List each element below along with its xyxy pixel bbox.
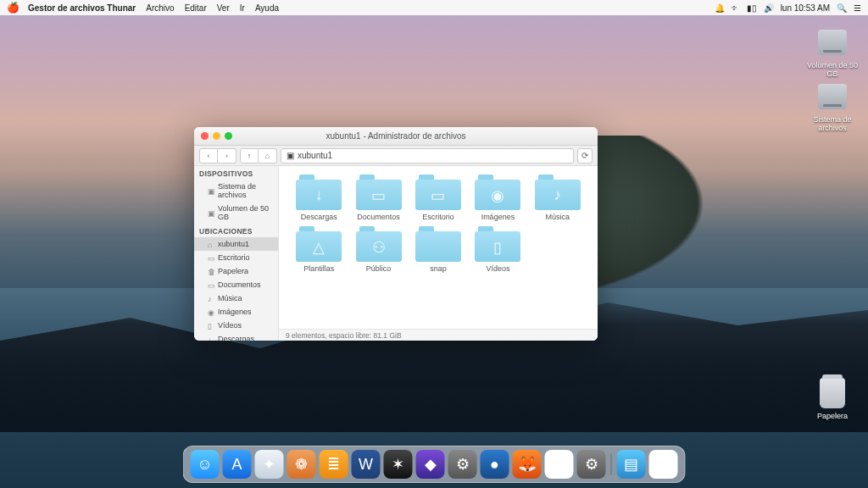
dock-separator (611, 453, 612, 475)
sidebar-item-downloads[interactable]: ↓Descargas (194, 332, 278, 341)
folder-icon: ▭ (415, 175, 461, 210)
dock-firefox[interactable]: 🦊 (513, 450, 542, 479)
titlebar[interactable]: xubuntu1 - Administrador de archivos (194, 127, 598, 146)
drive-icon (818, 84, 847, 109)
folder-label: Escritorio (410, 213, 466, 221)
desktop-volume-label: Volumen de 50 GB (805, 61, 860, 78)
forward-button[interactable]: › (218, 148, 236, 164)
close-button[interactable] (201, 132, 209, 140)
path-bar[interactable]: ▣ xubuntu1 (281, 148, 574, 164)
sidebar-item-desktop[interactable]: ▭Escritorio (194, 251, 278, 264)
menu-editar[interactable]: Editar (185, 3, 207, 13)
up-button[interactable]: ↑ (240, 148, 259, 164)
folder-label: Música (530, 213, 586, 221)
folder-icon: ▭ (356, 175, 402, 210)
sidebar-item-home[interactable]: ⌂xubuntu1 (194, 237, 278, 251)
menu-ver[interactable]: Ver (217, 3, 230, 13)
menubar-clock[interactable]: lun 10:53 AM (781, 3, 830, 13)
sidebar-places-header: UBICACIONES (194, 224, 278, 237)
dock-settings[interactable]: ⚙ (448, 450, 477, 479)
maximize-button[interactable] (225, 132, 232, 140)
battery-icon[interactable]: ▮▯ (747, 3, 757, 13)
dock-prefs[interactable]: ⚙ (577, 450, 606, 479)
folder-icon: ⚇ (356, 226, 402, 262)
folder-icon: ▯ (475, 226, 520, 262)
volume-icon[interactable]: 🔊 (764, 3, 774, 13)
folder-label: Imágenes (470, 213, 526, 221)
folder-vídeos[interactable]: ▯Vídeos (470, 226, 526, 273)
home-button[interactable]: ⌂ (259, 148, 277, 164)
content-area: ↓Descargas▭Documentos▭Escritorio◉Imágene… (279, 166, 598, 341)
dock-office[interactable]: ≣ (320, 450, 348, 479)
statusbar: 9 elementos, espacio libre: 81.1 GiB (279, 329, 598, 341)
minimize-button[interactable] (213, 132, 220, 140)
sidebar-item-pictures[interactable]: ◉Imágenes (194, 305, 278, 319)
menu-ayuda[interactable]: Ayuda (255, 3, 279, 13)
folder-documentos[interactable]: ▭Documentos (350, 175, 406, 221)
path-text: xubuntu1 (298, 151, 332, 160)
folder-público[interactable]: ⚇Público (350, 226, 406, 273)
folder-snap[interactable]: snap (410, 226, 466, 273)
control-center-icon[interactable]: ☰ (854, 3, 861, 13)
dock-word[interactable]: W (352, 450, 381, 479)
folder-label: Público (350, 264, 406, 273)
folder-icon: ◉ (475, 175, 520, 210)
folder-label: Documentos (350, 213, 406, 221)
folder-plantillas[interactable]: △Plantillas (291, 226, 347, 273)
folder-icon: ▣ (287, 151, 294, 160)
wifi-icon[interactable]: ᯤ (732, 3, 740, 13)
desktop-filesystem-label: Sistema de archivos (805, 115, 860, 132)
notifications-icon[interactable]: 🔔 (715, 3, 725, 13)
desktop-trash[interactable]: Papelera (805, 376, 860, 420)
folder-escritorio[interactable]: ▭Escritorio (410, 175, 466, 221)
dock-finder[interactable]: ☺ (191, 450, 220, 479)
dock-mission[interactable]: ▤ (617, 450, 646, 479)
drive-icon (818, 30, 847, 55)
dock-ink[interactable]: ◆ (416, 450, 445, 479)
menubar: 🍎 Gestor de archivos Thunar Archivo Edit… (0, 0, 868, 15)
file-manager-window: xubuntu1 - Administrador de archivos ‹ ›… (194, 127, 598, 341)
sidebar-item-trash[interactable]: 🗑Papelera (194, 264, 278, 278)
search-icon[interactable]: 🔍 (837, 3, 847, 13)
folder-descargas[interactable]: ↓Descargas (291, 175, 347, 221)
window-title: xubuntu1 - Administrador de archivos (194, 131, 598, 141)
menu-ir[interactable]: Ir (240, 3, 245, 13)
status-text: 9 elementos, espacio libre: 81.1 GiB (286, 331, 402, 340)
folder-icon (415, 226, 461, 262)
sidebar-devices-header: DISPOSITIVOS (194, 166, 278, 180)
menu-archivo[interactable]: Archivo (146, 3, 174, 13)
dock-imovie[interactable]: ✶ (384, 450, 413, 479)
dock-photos[interactable]: ❁ (287, 450, 316, 479)
folder-label: Vídeos (470, 264, 526, 273)
sidebar-item-videos[interactable]: ▯Vídeos (194, 319, 278, 332)
dock-screenshot[interactable]: ▣ (649, 450, 678, 479)
folder-label: Descargas (291, 213, 347, 221)
dock-chrome[interactable]: ◉ (545, 450, 574, 479)
refresh-button[interactable]: ⟳ (577, 148, 593, 164)
folder-label: Plantillas (291, 264, 347, 273)
sidebar-item-documents[interactable]: ▭Documentos (194, 278, 278, 291)
menubar-app-name[interactable]: Gestor de archivos Thunar (28, 3, 136, 13)
back-button[interactable]: ‹ (199, 148, 218, 164)
sidebar-item-volume[interactable]: ▣Volumen de 50 GB (194, 202, 278, 224)
folder-grid: ↓Descargas▭Documentos▭Escritorio◉Imágene… (279, 166, 598, 329)
dock-appstore[interactable]: A (223, 450, 252, 479)
folder-label: snap (410, 264, 466, 273)
dock: ☺A✦❁≣W✶◆⚙●🦊◉⚙▤▣ (183, 446, 686, 483)
folder-icon: ♪ (535, 175, 581, 210)
dock-browser[interactable]: ● (481, 450, 509, 479)
toolbar: ‹ › ↑ ⌂ ▣ xubuntu1 ⟳ (194, 146, 598, 166)
dock-safari[interactable]: ✦ (255, 450, 284, 479)
folder-imágenes[interactable]: ◉Imágenes (470, 175, 526, 221)
desktop-volume[interactable]: Volumen de 50 GB (805, 25, 860, 78)
folder-icon: △ (296, 226, 342, 262)
sidebar: DISPOSITIVOS ▣Sistema de archivos ▣Volum… (194, 166, 279, 341)
desktop-filesystem[interactable]: Sistema de archivos (805, 80, 860, 132)
apple-menu-icon[interactable]: 🍎 (7, 2, 19, 14)
trash-icon (820, 378, 845, 408)
desktop-trash-label: Papelera (805, 412, 860, 420)
sidebar-item-filesystem[interactable]: ▣Sistema de archivos (194, 180, 278, 202)
folder-música[interactable]: ♪Música (530, 175, 586, 221)
sidebar-item-music[interactable]: ♪Música (194, 291, 278, 305)
folder-icon: ↓ (296, 175, 342, 210)
